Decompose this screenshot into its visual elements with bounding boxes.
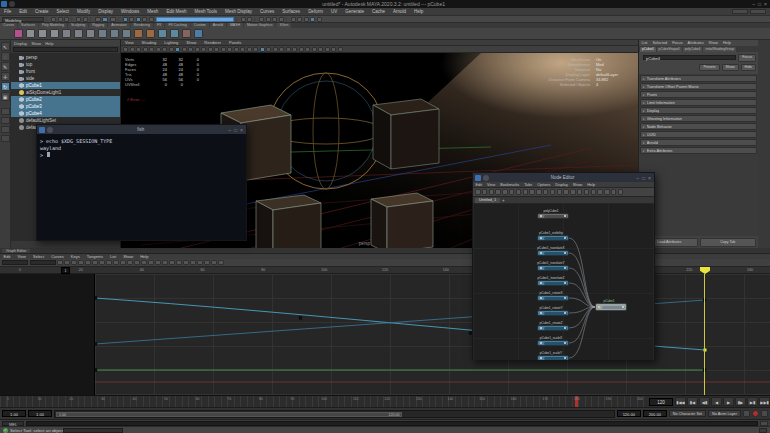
workspace-options[interactable] (750, 9, 766, 14)
step-back-frame-button[interactable]: ▮◀ (687, 397, 698, 406)
node-pCube1_scaleY[interactable]: pCube1_scaleY (537, 351, 569, 360)
command-line-input[interactable] (26, 421, 758, 426)
graph-editor-menu-view[interactable]: View (14, 254, 30, 259)
viewport-toolbar-icon-16[interactable] (227, 47, 232, 52)
node-editor-toolbar-icon-5[interactable] (509, 189, 515, 195)
graph-stat-field-0[interactable] (2, 260, 28, 265)
node-pCube1_scaleX[interactable]: pCube1_scaleX (537, 336, 569, 346)
node-body[interactable] (595, 303, 627, 311)
select-hierarchy-icon[interactable] (95, 17, 101, 22)
outliner-item-persp[interactable]: persp (11, 54, 120, 61)
graph-editor-channel-outliner[interactable] (0, 274, 95, 395)
node-editor-toolbar-icon-15[interactable] (577, 189, 583, 195)
node-editor-toolbar-icon-17[interactable] (591, 189, 597, 195)
render-frame-icon[interactable] (259, 17, 264, 22)
terminal-output[interactable]: > echo $XDG_SESSION_TYPEwayland> (37, 134, 246, 240)
viewport-toolbar-icon-18[interactable] (240, 47, 245, 52)
graph-editor-menu-keys[interactable]: Keys (67, 254, 83, 259)
graph-editor-pane-tab[interactable]: Graph Editor (2, 249, 30, 254)
section-uuid[interactable]: ▸UUID (640, 131, 757, 138)
node-body[interactable] (537, 295, 569, 301)
attribute-editor-toggle-icon[interactable] (310, 17, 315, 22)
viewport-toolbar-icon-8[interactable] (175, 47, 180, 52)
select-component-icon[interactable] (110, 17, 116, 22)
quad-draw-tool-icon[interactable] (194, 29, 203, 38)
sphere-primitive-icon[interactable] (26, 29, 35, 38)
close-icon[interactable]: × (240, 126, 243, 134)
render-settings-icon[interactable] (272, 17, 277, 22)
node-editor-window[interactable]: Node Editor – □ × EditViewBookmarksTabsO… (472, 172, 655, 360)
node-editor-toolbar-icon-9[interactable] (536, 189, 542, 195)
node-editor-toolbar-icon-16[interactable] (584, 189, 590, 195)
node-body[interactable] (537, 250, 569, 256)
terminal-window[interactable]: fish – □ × > echo $XDG_SESSION_TYPEwayla… (36, 124, 247, 241)
node-port-icon[interactable] (540, 312, 543, 315)
graph-toolbar-icon-15[interactable] (162, 260, 168, 266)
section-node-behavior[interactable]: ▸Node Behavior (640, 123, 757, 130)
node-port-icon[interactable] (540, 282, 543, 285)
attribute-editor-menu-help[interactable]: Help (721, 41, 734, 45)
anim-layer-dropdown[interactable]: No Anim Layer (708, 410, 741, 417)
step-forward-key-button[interactable]: ▮▶ (735, 397, 746, 406)
go-to-end-button[interactable]: ▶▶▮ (759, 397, 770, 406)
focus-button[interactable]: Focus (738, 54, 756, 62)
target-weld-tool-icon[interactable] (146, 29, 155, 38)
presets-button[interactable]: Presets (699, 64, 719, 72)
node-editor-toolbar-icon-21[interactable] (618, 189, 624, 195)
menubar-item-uv[interactable]: UV (327, 8, 341, 16)
terminal-titlebar[interactable]: fish – □ × (37, 125, 246, 134)
viewport-menu-show[interactable]: Show (182, 40, 200, 45)
node-editor-menu-show[interactable]: Show (570, 183, 585, 187)
graph-toolbar-icon-3[interactable] (78, 260, 84, 266)
workspace-selector[interactable] (732, 9, 748, 14)
new-scene-icon[interactable] (51, 17, 56, 22)
node-editor-menu-bookmarks[interactable]: Bookmarks (498, 183, 522, 187)
cube-mesh-2[interactable] (373, 99, 439, 169)
node-pCube1[interactable]: pCube1 (595, 299, 627, 311)
node-port-icon[interactable] (540, 267, 543, 270)
viewport-toolbar-icon-29[interactable] (312, 47, 317, 52)
menubar-item-help[interactable]: Help (410, 8, 427, 16)
maximize-icon[interactable]: □ (234, 126, 237, 134)
node-port-icon[interactable] (540, 252, 543, 255)
node-pCube1_visibility[interactable]: pCube1_visibility (537, 231, 569, 241)
viewport-toolbar-icon-14[interactable] (214, 47, 219, 52)
node-polyCube1[interactable]: polyCube1 (537, 209, 569, 219)
graph-toolbar-icon-17[interactable] (176, 260, 182, 266)
attribute-editor-menu-focus[interactable]: Focus (670, 41, 685, 45)
graph-editor-menu-help[interactable]: Help (137, 254, 152, 259)
viewport-toolbar-icon-12[interactable] (201, 47, 206, 52)
channel-box-toggle-icon[interactable] (317, 17, 322, 22)
node-body[interactable] (537, 310, 569, 316)
animation-curves[interactable] (95, 274, 770, 395)
node-editor-menu-tabs[interactable]: Tabs (522, 183, 535, 187)
cone-primitive-icon[interactable] (62, 29, 71, 38)
menubar-item-curves[interactable]: Curves (256, 8, 278, 16)
node-port-icon[interactable] (540, 237, 543, 240)
modeling-toolkit-toggle-icon[interactable] (291, 17, 296, 22)
menubar-item-modify[interactable]: Modify (73, 8, 94, 16)
node-editor-toolbar-icon-7[interactable] (523, 189, 529, 195)
current-time-marker[interactable] (700, 267, 710, 274)
viewport-toolbar-icon-9[interactable] (182, 47, 187, 52)
graph-toolbar-icon-4[interactable] (85, 260, 91, 266)
outliner-item-pCube2[interactable]: pCube2 (11, 96, 120, 103)
node-graph-canvas[interactable]: polyCube1pCube1_visibilitypCube1_transla… (473, 203, 654, 360)
menubar-item-select[interactable]: Select (53, 8, 74, 16)
graph-editor-menu-select[interactable]: Select (30, 254, 48, 259)
node-pCube1_translateZ[interactable]: pCube1_translateZ (537, 276, 569, 286)
graph-stat-field-1[interactable] (30, 260, 56, 265)
viewport-menu-shading[interactable]: Shading (138, 40, 161, 45)
outliner-item-pCube1[interactable]: pCube1 (11, 82, 120, 89)
construction-history-icon[interactable] (241, 17, 246, 22)
viewport-toolbar-icon-6[interactable] (162, 47, 167, 52)
graph-toolbar-icon-19[interactable] (190, 260, 196, 266)
multicut-tool-icon[interactable] (134, 29, 143, 38)
animation-end-field[interactable]: 200.00 (643, 410, 667, 417)
node-editor-toolbar-icon-11[interactable] (550, 189, 556, 195)
color-wheel-icon[interactable] (14, 29, 23, 38)
graph-toolbar-icon-1[interactable] (64, 260, 70, 266)
node-editor-menu-help[interactable]: Help (585, 183, 598, 187)
undo-icon[interactable] (76, 17, 81, 22)
node-port-icon[interactable] (540, 357, 543, 360)
